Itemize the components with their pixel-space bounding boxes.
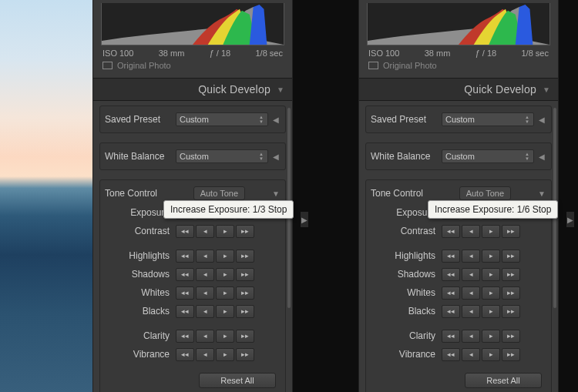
blacks-dec-small[interactable]: ◂ — [196, 305, 214, 318]
disclosure-icon[interactable]: ◀ — [271, 116, 281, 124]
disclosure-icon[interactable]: ◀ — [271, 152, 281, 161]
chevron-down-icon[interactable]: ▼ — [537, 189, 546, 198]
blacks-inc-small[interactable]: ▸ — [482, 305, 500, 318]
disclosure-icon[interactable]: ◀ — [537, 116, 546, 124]
iso-value: ISO 100 — [368, 49, 399, 58]
contrast-inc-small[interactable]: ▸ — [216, 225, 234, 238]
clarity-inc-small[interactable]: ▸ — [216, 330, 234, 343]
clarity-dec-large[interactable]: ◂◂ — [176, 330, 194, 343]
original-photo-icon[interactable] — [102, 62, 113, 69]
contrast-dec-large[interactable]: ◂◂ — [442, 225, 460, 238]
reset-all-button[interactable]: Reset All — [465, 373, 542, 388]
panel-expander-icon[interactable]: ▶ — [566, 212, 574, 227]
whites-dec-small[interactable]: ◂ — [196, 286, 214, 300]
contrast-inc-small[interactable]: ▸ — [482, 225, 500, 238]
clarity-dec-small[interactable]: ◂ — [462, 330, 480, 343]
original-photo-icon[interactable] — [368, 62, 378, 69]
white-balance-value: Custom — [445, 152, 475, 161]
tooltip: Increase Exposure: 1/6 Stop — [428, 200, 558, 219]
histogram[interactable] — [367, 3, 550, 45]
highlights-dec-small[interactable]: ◂ — [462, 250, 480, 263]
tooltip: Increase Exposure: 1/3 Stop — [163, 200, 294, 219]
quick-develop-header[interactable]: Quick Develop ▼ — [359, 78, 558, 101]
shutter-value: 1/8 sec — [522, 49, 549, 58]
saved-preset-select[interactable]: Custom ▲▼ — [176, 112, 268, 126]
clarity-dec-large[interactable]: ◂◂ — [442, 330, 460, 343]
whites-dec-large[interactable]: ◂◂ — [442, 286, 460, 300]
chevron-down-icon: ▼ — [543, 85, 550, 94]
blacks-inc-large[interactable]: ▸▸ — [502, 305, 520, 318]
clarity-inc-large[interactable]: ▸▸ — [502, 330, 520, 343]
highlights-label: Highlights — [105, 250, 176, 261]
contrast-label: Contrast — [105, 226, 176, 236]
blacks-dec-small[interactable]: ◂ — [462, 305, 480, 318]
contrast-inc-large[interactable]: ▸▸ — [236, 225, 254, 238]
clarity-inc-small[interactable]: ▸ — [482, 330, 500, 343]
highlights-inc-small[interactable]: ▸ — [482, 250, 500, 263]
highlights-inc-small[interactable]: ▸ — [216, 250, 234, 263]
aperture-value: ƒ / 18 — [210, 49, 231, 58]
vibrance-inc-small[interactable]: ▸ — [216, 348, 234, 361]
shadows-dec-large[interactable]: ◂◂ — [176, 268, 194, 281]
vibrance-inc-large[interactable]: ▸▸ — [502, 348, 520, 361]
shadows-dec-large[interactable]: ◂◂ — [442, 268, 460, 281]
vibrance-dec-large[interactable]: ◂◂ — [176, 348, 194, 361]
clarity-inc-large[interactable]: ▸▸ — [236, 330, 254, 343]
highlights-dec-small[interactable]: ◂ — [196, 250, 214, 263]
shadows-inc-large[interactable]: ▸▸ — [236, 268, 254, 281]
saved-preset-select[interactable]: Custom ▲▼ — [442, 112, 534, 126]
white-balance-label: White Balance — [105, 151, 176, 162]
whites-inc-large[interactable]: ▸▸ — [502, 286, 520, 300]
whites-dec-large[interactable]: ◂◂ — [176, 286, 194, 300]
highlights-dec-large[interactable]: ◂◂ — [176, 250, 194, 263]
whites-inc-large[interactable]: ▸▸ — [236, 286, 254, 300]
white-balance-select[interactable]: Custom ▲▼ — [442, 149, 534, 163]
highlights-dec-large[interactable]: ◂◂ — [442, 250, 460, 263]
shadows-dec-small[interactable]: ◂ — [196, 268, 214, 281]
shadows-inc-large[interactable]: ▸▸ — [502, 268, 520, 281]
blacks-dec-large[interactable]: ◂◂ — [176, 305, 194, 318]
shadows-inc-small[interactable]: ▸ — [482, 268, 500, 281]
auto-tone-button[interactable]: Auto Tone — [193, 186, 245, 200]
panel-gap — [559, 0, 578, 392]
blacks-inc-large[interactable]: ▸▸ — [236, 305, 254, 318]
quick-develop-header[interactable]: Quick Develop ▼ — [93, 78, 292, 101]
vibrance-dec-large[interactable]: ◂◂ — [442, 348, 460, 361]
white-balance-value: Custom — [180, 152, 209, 161]
auto-tone-button[interactable]: Auto Tone — [459, 186, 511, 200]
white-balance-select[interactable]: Custom ▲▼ — [176, 149, 268, 163]
shadows-label: Shadows — [371, 269, 442, 280]
whites-dec-small[interactable]: ◂ — [462, 286, 480, 300]
tone-control-label: Tone Control — [371, 188, 442, 199]
panel-expander-icon[interactable]: ▶ — [301, 212, 308, 227]
chevron-down-icon[interactable]: ▼ — [271, 189, 281, 198]
highlights-inc-large[interactable]: ▸▸ — [236, 250, 254, 263]
whites-inc-small[interactable]: ▸ — [216, 286, 234, 300]
disclosure-icon[interactable]: ◀ — [537, 152, 546, 161]
contrast-dec-small[interactable]: ◂ — [462, 225, 480, 238]
vibrance-dec-small[interactable]: ◂ — [196, 348, 214, 361]
contrast-dec-large[interactable]: ◂◂ — [176, 225, 194, 238]
reset-all-button[interactable]: Reset All — [199, 373, 276, 388]
histogram-meta: ISO 100 38 mm ƒ / 18 1/8 sec — [101, 45, 284, 59]
contrast-dec-small[interactable]: ◂ — [196, 225, 214, 238]
histogram-meta: ISO 100 38 mm ƒ / 18 1/8 sec — [367, 45, 550, 59]
histogram[interactable] — [101, 3, 284, 45]
shadows-inc-small[interactable]: ▸ — [216, 268, 234, 281]
vibrance-inc-small[interactable]: ▸ — [482, 348, 500, 361]
whites-label: Whites — [371, 287, 442, 298]
aperture-value: ƒ / 18 — [476, 49, 497, 58]
vibrance-dec-small[interactable]: ◂ — [462, 348, 480, 361]
section-title: Quick Develop — [464, 83, 536, 95]
contrast-inc-large[interactable]: ▸▸ — [502, 225, 520, 238]
clarity-dec-small[interactable]: ◂ — [196, 330, 214, 343]
shadows-dec-small[interactable]: ◂ — [462, 268, 480, 281]
iso-value: ISO 100 — [102, 49, 133, 58]
vibrance-inc-large[interactable]: ▸▸ — [236, 348, 254, 361]
saved-preset-value: Custom — [445, 115, 475, 124]
highlights-inc-large[interactable]: ▸▸ — [502, 250, 520, 263]
saved-preset-label: Saved Preset — [371, 114, 442, 125]
blacks-dec-large[interactable]: ◂◂ — [442, 305, 460, 318]
blacks-inc-small[interactable]: ▸ — [216, 305, 234, 318]
whites-inc-small[interactable]: ▸ — [482, 286, 500, 300]
